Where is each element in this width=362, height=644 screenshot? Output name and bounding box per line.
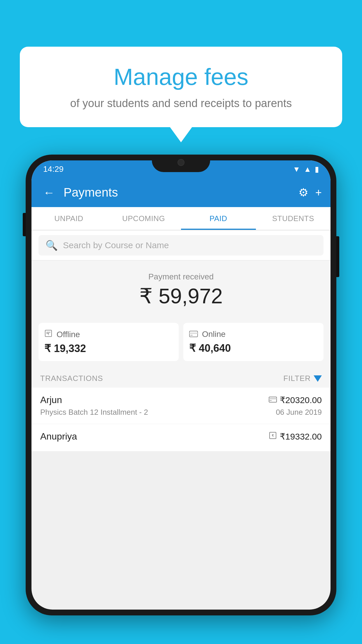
transaction-name: Arjun	[40, 395, 62, 405]
svg-rect-7	[269, 397, 277, 402]
table-row[interactable]: Anupriya ₹ ₹19332.00	[31, 424, 331, 452]
online-payment-card: Online ₹ 40,640	[183, 323, 324, 361]
transactions-header: TRANSACTIONS FILTER	[31, 367, 331, 388]
online-amount: ₹ 40,640	[189, 342, 318, 354]
transactions-label: TRANSACTIONS	[40, 374, 103, 383]
transactions-list: Arjun ₹20320.00	[31, 388, 331, 452]
phone-wrapper: 14:29 ▼ ▲ ▮ ← Payments ⚙ + UNPAID	[26, 155, 336, 644]
filter-icon	[314, 375, 322, 382]
phone-notch	[152, 155, 210, 172]
tab-unpaid[interactable]: UNPAID	[31, 207, 106, 230]
power-button	[336, 236, 339, 277]
phone-screen: 14:29 ▼ ▲ ▮ ← Payments ⚙ + UNPAID	[31, 160, 331, 610]
tab-students[interactable]: STUDENTS	[256, 207, 331, 230]
transaction-amount-row: ₹20320.00	[269, 395, 322, 405]
transaction-row-bottom: Physics Batch 12 Installment - 2 06 June…	[40, 408, 322, 417]
svg-rect-6	[190, 335, 193, 336]
status-icons: ▼ ▲ ▮	[293, 165, 319, 174]
online-icon	[189, 329, 198, 339]
app-bar-title: Payments	[64, 186, 293, 200]
online-label: Online	[202, 330, 226, 339]
add-button[interactable]: +	[315, 186, 322, 199]
table-row[interactable]: Arjun ₹20320.00	[31, 388, 331, 424]
tab-upcoming[interactable]: UPCOMING	[106, 207, 181, 230]
svg-rect-8	[269, 398, 277, 399]
settings-button[interactable]: ⚙	[298, 186, 308, 199]
back-button[interactable]: ←	[40, 183, 58, 202]
online-card-header: Online	[189, 329, 318, 339]
offline-payment-icon: ₹	[269, 431, 277, 442]
filter-label: FILTER	[283, 374, 311, 383]
svg-rect-9	[270, 400, 272, 401]
tabs-bar: UNPAID UPCOMING PAID STUDENTS	[31, 207, 331, 230]
signal-icon: ▲	[304, 165, 311, 174]
svg-text:₹: ₹	[272, 434, 274, 438]
transaction-amount: ₹19332.00	[280, 431, 322, 442]
transaction-date: 06 June 2019	[276, 408, 322, 417]
phone-frame: 14:29 ▼ ▲ ▮ ← Payments ⚙ + UNPAID	[26, 155, 336, 615]
status-time: 14:29	[43, 164, 64, 174]
battery-icon: ▮	[315, 165, 319, 174]
card-payment-icon	[269, 396, 277, 405]
transaction-amount: ₹20320.00	[280, 395, 322, 405]
offline-label: Offline	[57, 330, 80, 339]
svg-text:₹: ₹	[48, 333, 49, 336]
payment-label: Payment received	[38, 272, 324, 281]
search-placeholder: Search by Course or Name	[63, 240, 169, 250]
speech-bubble: Manage fees of your students and send re…	[20, 47, 342, 127]
search-container: 🔍 Search by Course or Name	[31, 230, 331, 260]
transaction-course: Physics Batch 12 Installment - 2	[40, 408, 148, 417]
payment-amount: ₹ 59,972	[38, 284, 324, 308]
search-bar[interactable]: 🔍 Search by Course or Name	[38, 235, 324, 256]
wifi-icon: ▼	[293, 165, 301, 174]
bubble-subtitle: of your students and send receipts to pa…	[34, 96, 328, 111]
offline-card-header: ₹ Offline	[44, 329, 173, 340]
tab-paid[interactable]: PAID	[181, 207, 256, 230]
phone-camera	[178, 159, 184, 166]
payment-cards: ₹ Offline ₹ 19,332	[31, 317, 331, 367]
offline-icon: ₹	[44, 329, 52, 340]
bubble-title: Manage fees	[34, 64, 328, 90]
offline-payment-card: ₹ Offline ₹ 19,332	[38, 323, 179, 361]
transaction-amount-row: ₹ ₹19332.00	[269, 431, 322, 442]
svg-rect-5	[189, 332, 198, 334]
app-bar: ← Payments ⚙ +	[31, 178, 331, 207]
payment-received-section: Payment received ₹ 59,972	[31, 260, 331, 317]
app-bar-icons: ⚙ +	[298, 186, 322, 199]
transaction-name: Anupriya	[40, 431, 77, 442]
offline-amount: ₹ 19,332	[44, 342, 173, 355]
volume-button	[23, 213, 26, 236]
transaction-row-top: Anupriya ₹ ₹19332.00	[40, 431, 322, 442]
search-icon: 🔍	[45, 239, 58, 251]
transaction-row-top: Arjun ₹20320.00	[40, 395, 322, 405]
filter-button[interactable]: FILTER	[283, 374, 322, 383]
